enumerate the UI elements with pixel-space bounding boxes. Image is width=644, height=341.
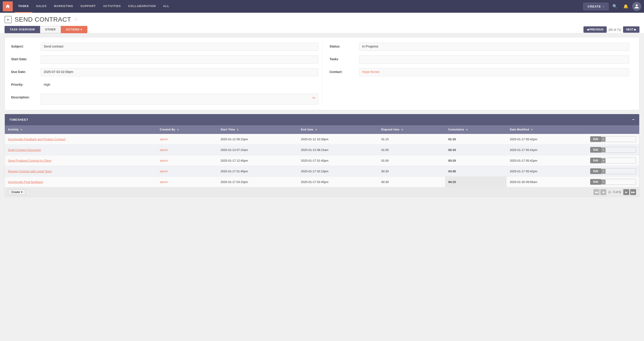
edit-dropdown-button[interactable]: ▾ (601, 158, 606, 163)
activity-link[interactable]: Incorporate Feedback and Finalize Contra… (8, 138, 66, 141)
notifications-button[interactable]: 🔔 (621, 2, 630, 11)
nav-item-marketing[interactable]: MARKETING (50, 0, 77, 13)
edit-pencil-icon[interactable]: ✏ (312, 96, 316, 100)
page-first-button[interactable]: ◀◀ (594, 189, 600, 195)
th-created-by: Created By ⇅ (156, 125, 217, 134)
edit-split-button[interactable]: Edit ▾ (590, 168, 636, 174)
page-title: SEND CONTRACT (14, 16, 71, 23)
nav-right-controls: CREATE ▾ 🔍 🔔 (583, 2, 641, 11)
activity-link[interactable]: Incorporate Final feedback (8, 180, 43, 184)
nav-item-activities[interactable]: ACTIVITIES (100, 0, 124, 13)
create-row-button[interactable]: Create ▾ (8, 189, 26, 195)
th-start-time: Start Time ⇅ (217, 125, 298, 134)
activity-link[interactable]: Review Contract with Legal Team (8, 170, 52, 173)
contact-label: Contact: (330, 68, 359, 74)
favorite-star-icon[interactable]: ☆ (74, 16, 78, 22)
td-end-time: 2025-01-12 10:30pm (298, 134, 378, 145)
activity-link[interactable]: Draft Contract Document (8, 148, 41, 152)
sort-end-icon[interactable]: ⇅ (315, 128, 317, 131)
priority-value[interactable]: High (41, 81, 318, 89)
page-next-button[interactable]: ▶ (623, 189, 629, 195)
td-cumulative: 03:45 (445, 166, 506, 177)
td-date-modified: 2025-01-17 05:42pm (506, 155, 587, 166)
nav-item-support[interactable]: SUPPORT (77, 0, 100, 13)
edit-split-button[interactable]: Edit ▾ (590, 179, 636, 185)
tab-other[interactable]: OTHER (40, 26, 61, 33)
sort-start-icon[interactable]: ⇅ (237, 128, 238, 131)
priority-row: Priority: High (11, 81, 318, 90)
form-left: Subject: Send contract Start Date: Due D… (11, 43, 322, 105)
contact-value[interactable]: Hope Bones (359, 68, 629, 76)
timesheet-section: TIMESHEET − Activity ⇅ Created By ⇅ Star… (4, 114, 640, 197)
td-created-by: admin (156, 177, 217, 187)
sort-date-icon[interactable]: ⇅ (531, 128, 533, 131)
edit-split-button[interactable]: Edit ▾ (590, 136, 636, 142)
sort-created-icon[interactable]: ⇅ (177, 128, 179, 131)
edit-dropdown-button[interactable]: ▾ (601, 169, 606, 174)
edit-split-button[interactable]: Edit ▾ (590, 147, 636, 153)
create-button[interactable]: CREATE ▾ (583, 3, 608, 10)
sort-activity-icon[interactable]: ⇅ (20, 128, 22, 131)
td-activity: Incorporate Final feedback (5, 177, 156, 187)
form-right: Status: In Progress Tasks Contact: Hope … (322, 43, 633, 105)
tab-task-overview[interactable]: TASK OVERVIEW (4, 26, 40, 33)
edit-split-button[interactable]: Edit ▾ (590, 158, 636, 163)
start-date-value[interactable] (41, 55, 318, 64)
table-row: Review Contract with Legal Team admin 20… (5, 166, 639, 177)
edit-button[interactable]: Edit (590, 136, 601, 142)
subject-label: Subject: (11, 43, 41, 48)
sort-elapsed-icon[interactable]: ⇅ (401, 128, 403, 131)
td-end-time: 2025-01-17 03:45pm (298, 177, 378, 187)
previous-button[interactable]: ◀ PREVIOUS (584, 26, 607, 33)
td-activity: Review Contract with Legal Team (5, 166, 156, 177)
td-date-modified: 2025-01-17 05:42pm (506, 166, 587, 177)
subject-row: Subject: Send contract (11, 43, 318, 52)
tab-actions[interactable]: ACTIONS ▾ (61, 26, 88, 33)
nav-item-all[interactable]: ALL (160, 0, 173, 13)
user-avatar[interactable] (632, 2, 641, 11)
td-created-by: admin (156, 155, 217, 166)
edit-button[interactable]: Edit (590, 168, 601, 174)
edit-button[interactable]: Edit (590, 179, 601, 185)
home-button[interactable] (3, 1, 13, 11)
activity-link[interactable]: Send Finalized Contract to Client (8, 159, 51, 162)
edit-dropdown-button[interactable]: ▾ (601, 180, 606, 184)
nav-item-tasks[interactable]: TASKS (14, 0, 32, 13)
tasks-label: Tasks (330, 55, 359, 61)
td-end-time: 2025-01-17 02:15pm (298, 166, 378, 177)
td-edit-action: Edit ▾ (587, 166, 639, 177)
play-button[interactable]: ▶ (4, 16, 12, 23)
status-label: Status: (330, 43, 359, 48)
td-date-modified: 2025-01-30 09:56am (506, 177, 587, 187)
td-activity: Send Finalized Contract to Client (5, 155, 156, 166)
td-cumulative: 04:15 (445, 177, 506, 187)
description-field[interactable]: ✏ (41, 94, 318, 105)
top-navigation: TASKS SALES MARKETING SUPPORT ACTIVITIES… (0, 0, 644, 13)
edit-button[interactable]: Edit (590, 147, 601, 153)
td-elapsed: 01:00 (378, 145, 445, 155)
subject-value[interactable]: Send contract (41, 43, 318, 51)
next-button[interactable]: NEXT ▶ (623, 26, 640, 33)
collapse-icon[interactable]: − (632, 117, 635, 122)
status-value[interactable]: In Progress (359, 43, 629, 51)
page-last-button[interactable]: ▶▶ (630, 189, 636, 195)
edit-button[interactable]: Edit (590, 158, 601, 163)
page-prev-button[interactable]: ◀ (600, 189, 606, 195)
due-date-value[interactable]: 2025-07-03 02:00pm (41, 68, 318, 76)
created-by-value: admin (160, 170, 168, 173)
td-elapsed: 00:30 (378, 166, 445, 177)
timesheet-thead: Activity ⇅ Created By ⇅ Start Time ⇅ End… (5, 125, 639, 134)
search-button[interactable]: 🔍 (610, 2, 620, 11)
sort-cumulative-icon[interactable]: ⇅ (466, 128, 468, 131)
td-edit-action: Edit ▾ (587, 134, 639, 145)
created-by-value: admin (160, 148, 168, 152)
timesheet-header: TIMESHEET − (5, 114, 639, 125)
create-row-arrow: ▾ (21, 191, 22, 194)
edit-dropdown-button[interactable]: ▾ (601, 148, 606, 152)
nav-item-sales[interactable]: SALES (32, 0, 50, 13)
nav-item-collaboration[interactable]: COLLABORATION (124, 0, 160, 13)
td-end-time: 2025-01-17 01:45pm (298, 155, 378, 166)
edit-dropdown-button[interactable]: ▾ (601, 137, 606, 142)
tasks-value[interactable] (359, 55, 629, 64)
td-start-time: 2025-01-12 09:15pm (217, 134, 298, 145)
